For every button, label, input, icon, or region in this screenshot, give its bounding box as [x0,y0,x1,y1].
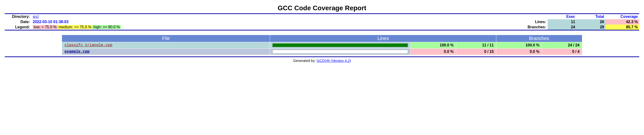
line-pct: 100.0 % [410,42,456,49]
divider [5,56,639,57]
date-value: 2022-03-10 01:38:03 [31,19,285,25]
col-exec: Exec [548,14,576,19]
file-link[interactable]: classify_triangle.cpp [64,43,112,47]
col-coverage: Coverage [606,14,639,19]
table-row: classify_triangle.cpp100.0 %11 / 11100.0… [62,42,582,49]
branches-coverage: 85.7 % [606,25,639,30]
th-file: File [62,35,270,42]
branches-total: 28 [576,25,606,30]
files-table: File Lines Branches classify_triangle.cp… [62,35,582,55]
directory-link[interactable]: src/ [33,15,39,19]
coverage-bar [272,50,408,54]
lines-exec: 11 [548,19,576,25]
branch-count: 0 / 4 [542,49,582,55]
branch-pct: 100.0 % [496,42,542,49]
divider [5,30,639,31]
lines-total: 26 [576,19,606,25]
branch-count: 24 / 24 [542,42,582,49]
th-lines: Lines [270,35,496,42]
line-count: 11 / 11 [456,42,496,49]
branches-label: Branches: [285,25,548,30]
summary-table: Directory: src/ Exec Total Coverage Date… [5,14,639,30]
legend-values: low: < 75.0 %medium: >= 75.0 %high: >= 9… [31,25,285,30]
directory-label: Directory: [5,14,31,19]
line-pct: 0.0 % [410,49,456,55]
legend-med: medium: >= 75.0 % [58,25,92,29]
table-row: example.cpp0.0 %0 / 150.0 %0 / 4 [62,49,582,55]
legend-high: high: >= 90.0 % [92,25,121,29]
date-label: Date: [5,19,31,25]
branches-exec: 24 [548,25,576,30]
footer-prefix: Generated by: [293,59,316,63]
page-title: GCC Code Coverage Report [5,4,639,12]
gcovr-link[interactable]: GCOVR (Version 4.2) [317,59,351,63]
footer: Generated by: GCOVR (Version 4.2) [5,59,639,63]
legend-label: Legend: [5,25,31,30]
col-total: Total [576,14,606,19]
branch-pct: 0.0 % [496,49,542,55]
lines-coverage: 42.3 % [606,19,639,25]
coverage-bar [272,43,408,47]
line-count: 0 / 15 [456,49,496,55]
lines-label: Lines: [285,19,548,25]
file-link[interactable]: example.cpp [64,50,90,54]
th-branches: Branches [496,35,582,42]
legend-low: low: < 75.0 % [33,25,58,29]
